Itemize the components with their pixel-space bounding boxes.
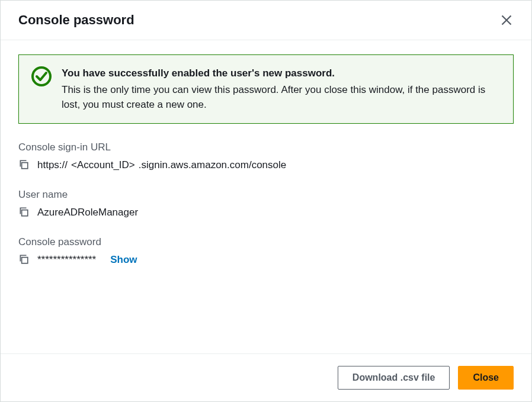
modal-title: Console password: [18, 12, 134, 28]
username-value-row: AzureADRoleManager: [18, 207, 514, 218]
password-masked: ***************: [37, 254, 96, 266]
svg-rect-4: [22, 210, 28, 216]
signin-url-value: https:// <Account_ID> .signin.aws.amazon…: [37, 159, 286, 171]
alert-content: You have successfully enabled the user's…: [62, 66, 501, 112]
copy-icon[interactable]: [18, 159, 30, 171]
signin-url-label: Console sign-in URL: [18, 141, 514, 153]
console-password-modal: Console password You have successfully e…: [0, 0, 532, 402]
password-value-row: *************** Show: [18, 254, 514, 266]
password-field: Console password *************** Show: [18, 236, 514, 266]
alert-body: This is the only time you can view this …: [62, 82, 501, 112]
username-field: User name AzureADRoleManager: [18, 189, 514, 218]
modal-body: You have successfully enabled the user's…: [1, 40, 531, 353]
copy-icon[interactable]: [18, 207, 30, 218]
signin-url-value-row: https:// <Account_ID> .signin.aws.amazon…: [18, 159, 514, 171]
account-id-placeholder: <Account_ID>: [71, 159, 135, 171]
username-label: User name: [18, 189, 514, 201]
close-button[interactable]: Close: [458, 366, 514, 390]
download-csv-button[interactable]: Download .csv file: [338, 366, 450, 390]
url-prefix: https://: [37, 159, 68, 171]
url-suffix: .signin.aws.amazon.com/console: [139, 159, 286, 171]
success-check-icon: [31, 66, 52, 87]
svg-point-2: [33, 67, 50, 85]
signin-url-field: Console sign-in URL https:// <Account_ID…: [18, 141, 514, 171]
modal-footer: Download .csv file Close: [1, 353, 531, 401]
username-value: AzureADRoleManager: [37, 207, 138, 218]
svg-rect-3: [22, 162, 28, 168]
modal-header: Console password: [1, 1, 531, 40]
close-icon[interactable]: [499, 13, 514, 27]
copy-icon[interactable]: [18, 254, 30, 266]
svg-rect-5: [22, 257, 28, 263]
success-alert: You have successfully enabled the user's…: [18, 54, 514, 124]
password-label: Console password: [18, 236, 514, 248]
show-password-link[interactable]: Show: [110, 254, 137, 266]
alert-title: You have successfully enabled the user's…: [62, 66, 501, 81]
